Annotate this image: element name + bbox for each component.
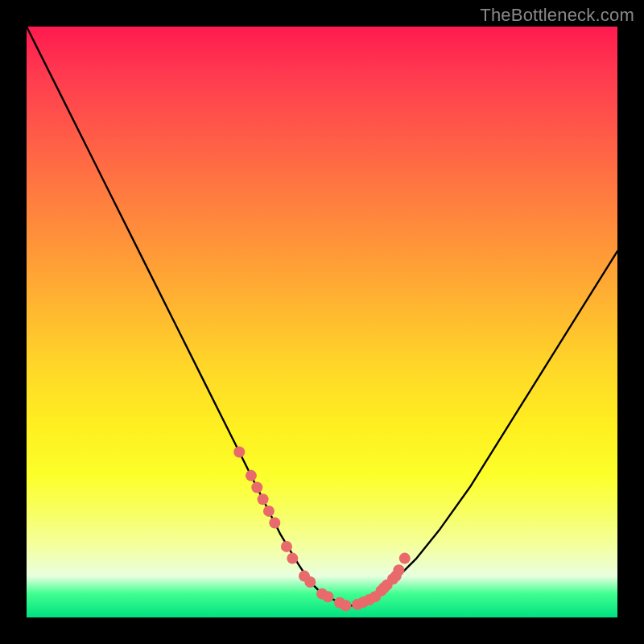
marker-dot <box>340 600 351 611</box>
bottleneck-curve <box>27 27 617 605</box>
marker-dot <box>390 571 402 582</box>
marker-dot <box>378 582 390 593</box>
marker-dot <box>357 597 369 608</box>
watermark-text: TheBottleneck.com <box>480 5 634 26</box>
marker-dot <box>251 482 262 493</box>
marker-dot <box>281 541 292 552</box>
marker-dot <box>246 470 257 481</box>
chart-frame: TheBottleneck.com <box>0 0 644 644</box>
marker-dot <box>304 576 316 588</box>
marker-dot <box>263 506 275 517</box>
marker-dot <box>322 591 333 602</box>
marker-dot <box>258 493 269 505</box>
plot-area <box>27 27 617 617</box>
marker-dot <box>269 518 280 529</box>
marker-dot <box>233 446 245 457</box>
marker-dot <box>369 591 381 602</box>
marker-dot <box>287 553 298 564</box>
hardware-points <box>233 446 411 611</box>
chart-svg <box>27 27 617 617</box>
marker-dot <box>399 553 411 564</box>
